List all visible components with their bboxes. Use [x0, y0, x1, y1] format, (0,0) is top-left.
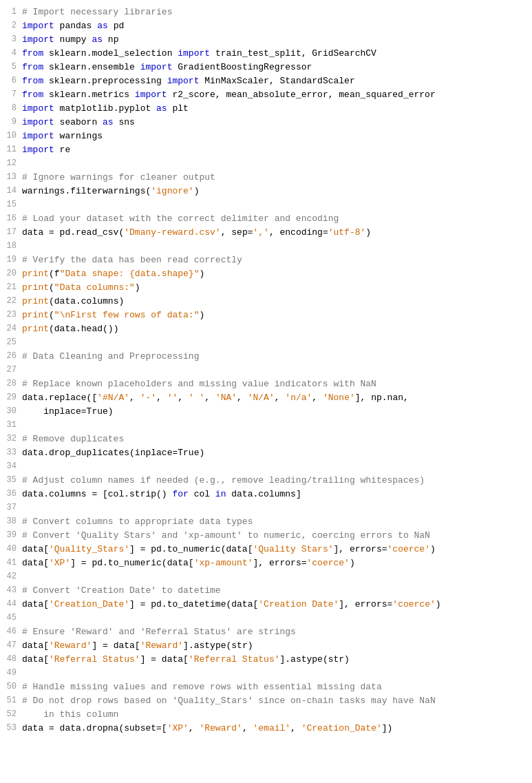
- line-number: 5: [3, 61, 22, 74]
- line-content[interactable]: [22, 336, 529, 350]
- code-line-34: 34: [0, 460, 532, 474]
- code-line-12: 12: [0, 157, 532, 171]
- line-content[interactable]: import matplotlib.pyplot as plt: [22, 102, 529, 116]
- line-content[interactable]: warnings.filterwarnings('ignore'): [22, 185, 529, 198]
- code-line-9: 9import seaborn as sns: [0, 116, 532, 129]
- line-number: 31: [3, 419, 22, 432]
- line-content[interactable]: # Handle missing values and remove rows …: [22, 680, 529, 694]
- line-content[interactable]: print("\nFirst few rows of data:"): [22, 309, 529, 322]
- line-content[interactable]: from sklearn.preprocessing import MinMax…: [22, 74, 529, 88]
- line-content[interactable]: # Import necessary libraries: [22, 6, 529, 19]
- code-line-47: 47data['Reward'] = data['Reward'].astype…: [0, 639, 532, 653]
- line-content[interactable]: data['Quality_Stars'] = pd.to_numeric(da…: [22, 543, 529, 556]
- line-content[interactable]: in this column: [22, 708, 529, 722]
- line-content[interactable]: [22, 364, 529, 377]
- code-line-51: 51# Do not drop rows based on 'Quality_S…: [0, 694, 532, 708]
- code-line-25: 25: [0, 336, 532, 350]
- line-number: 32: [3, 432, 22, 446]
- line-number: 13: [3, 171, 22, 185]
- line-content[interactable]: [22, 570, 529, 584]
- line-number: 19: [3, 253, 22, 267]
- code-line-20: 20print(f"Data shape: {data.shape}"): [0, 267, 532, 281]
- line-number: 8: [3, 102, 22, 116]
- line-content[interactable]: import warnings: [22, 129, 529, 143]
- line-content[interactable]: [22, 240, 529, 253]
- code-line-6: 6from sklearn.preprocessing import MinMa…: [0, 74, 532, 88]
- line-content[interactable]: # Ignore warnings for cleaner output: [22, 171, 529, 185]
- line-content[interactable]: [22, 460, 529, 474]
- line-content[interactable]: [22, 198, 529, 212]
- line-content[interactable]: # Convert 'Quality Stars' and 'xp-amount…: [22, 529, 529, 543]
- line-content[interactable]: # Verify the data has been read correctl…: [22, 253, 529, 267]
- line-content[interactable]: # Data Cleaning and Preprocessing: [22, 350, 529, 364]
- code-line-24: 24print(data.head()): [0, 322, 532, 336]
- line-content[interactable]: data = pd.read_csv('Dmany-reward.csv', s…: [22, 226, 529, 240]
- line-content[interactable]: # Convert 'Creation Date' to datetime: [22, 584, 529, 598]
- line-content[interactable]: data = data.dropna(subset=['XP', 'Reward…: [22, 722, 529, 735]
- line-content[interactable]: import pandas as pd: [22, 19, 529, 33]
- line-content[interactable]: [22, 612, 529, 625]
- line-content[interactable]: print("Data columns:"): [22, 281, 529, 295]
- line-number: 34: [3, 460, 22, 474]
- line-number: 25: [3, 336, 22, 350]
- line-number: 3: [3, 33, 22, 47]
- line-number: 1: [3, 6, 22, 19]
- code-line-26: 26# Data Cleaning and Preprocessing: [0, 350, 532, 364]
- code-line-14: 14warnings.filterwarnings('ignore'): [0, 185, 532, 198]
- line-content[interactable]: data['Referral Status'] = data['Referral…: [22, 653, 529, 667]
- line-number: 11: [3, 143, 22, 157]
- line-content[interactable]: import seaborn as sns: [22, 116, 529, 129]
- code-line-18: 18: [0, 240, 532, 253]
- line-content[interactable]: [22, 419, 529, 432]
- code-line-32: 32# Remove duplicates: [0, 432, 532, 446]
- code-line-43: 43# Convert 'Creation Date' to datetime: [0, 584, 532, 598]
- line-content[interactable]: data['Reward'] = data['Reward'].astype(s…: [22, 639, 529, 653]
- line-content[interactable]: # Remove duplicates: [22, 432, 529, 446]
- code-line-7: 7from sklearn.metrics import r2_score, m…: [0, 88, 532, 102]
- line-content[interactable]: print(data.columns): [22, 295, 529, 309]
- line-content[interactable]: inplace=True): [22, 405, 529, 419]
- line-content[interactable]: data['XP'] = pd.to_numeric(data['xp-amou…: [22, 556, 529, 570]
- code-line-19: 19# Verify the data has been read correc…: [0, 253, 532, 267]
- line-content[interactable]: [22, 667, 529, 680]
- code-line-4: 4from sklearn.model_selection import tra…: [0, 47, 532, 61]
- line-content[interactable]: data.drop_duplicates(inplace=True): [22, 446, 529, 460]
- line-number: 24: [3, 322, 22, 336]
- line-content[interactable]: # Ensure 'Reward' and 'Referral Status' …: [22, 625, 529, 639]
- code-line-42: 42: [0, 570, 532, 584]
- line-content[interactable]: import numpy as np: [22, 33, 529, 47]
- line-content[interactable]: from sklearn.model_selection import trai…: [22, 47, 529, 61]
- code-line-21: 21print("Data columns:"): [0, 281, 532, 295]
- line-content[interactable]: data.columns = [col.strip() for col in d…: [22, 488, 529, 501]
- code-line-29: 29data.replace(['#N/A', '-', '', ' ', 'N…: [0, 391, 532, 405]
- line-content[interactable]: data['Creation_Date'] = pd.to_datetime(d…: [22, 598, 529, 612]
- code-line-52: 52 in this column: [0, 708, 532, 722]
- line-number: 41: [3, 556, 22, 570]
- line-number: 47: [3, 639, 22, 653]
- line-number: 16: [3, 212, 22, 226]
- line-content[interactable]: print(f"Data shape: {data.shape}"): [22, 267, 529, 281]
- line-number: 39: [3, 529, 22, 543]
- line-content[interactable]: [22, 501, 529, 515]
- line-number: 23: [3, 309, 22, 322]
- line-number: 45: [3, 612, 22, 625]
- line-content[interactable]: # Do not drop rows based on 'Quality_Sta…: [22, 694, 529, 708]
- line-content[interactable]: from sklearn.ensemble import GradientBoo…: [22, 61, 529, 74]
- line-content[interactable]: # Load your dataset with the correct del…: [22, 212, 529, 226]
- line-content[interactable]: # Replace known placeholders and missing…: [22, 377, 529, 391]
- code-line-45: 45: [0, 612, 532, 625]
- line-number: 22: [3, 295, 22, 309]
- line-content[interactable]: [22, 157, 529, 171]
- line-content[interactable]: from sklearn.metrics import r2_score, me…: [22, 88, 529, 102]
- code-line-40: 40data['Quality_Stars'] = pd.to_numeric(…: [0, 543, 532, 556]
- code-line-10: 10import warnings: [0, 129, 532, 143]
- line-number: 2: [3, 19, 22, 33]
- line-number: 36: [3, 488, 22, 501]
- line-content[interactable]: # Convert columns to appropriate data ty…: [22, 515, 529, 529]
- line-content[interactable]: # Adjust column names if needed (e.g., r…: [22, 474, 529, 488]
- line-content[interactable]: import re: [22, 143, 529, 157]
- code-line-16: 16# Load your dataset with the correct d…: [0, 212, 532, 226]
- line-content[interactable]: print(data.head()): [22, 322, 529, 336]
- line-number: 28: [3, 377, 22, 391]
- line-content[interactable]: data.replace(['#N/A', '-', '', ' ', 'NA'…: [22, 391, 529, 405]
